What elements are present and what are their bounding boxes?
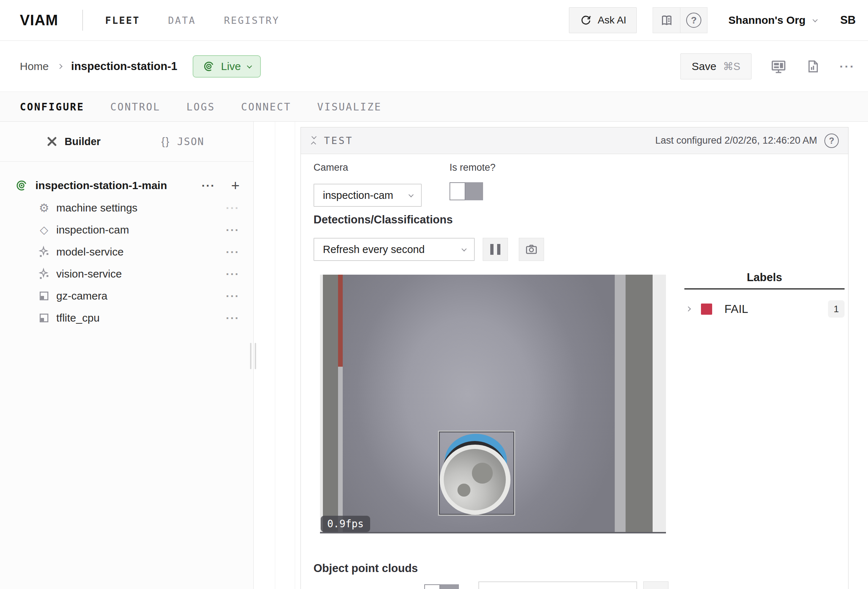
- is-remote-toggle[interactable]: [450, 182, 483, 200]
- help-icon-group: ?: [652, 7, 707, 33]
- item-menu-button[interactable]: ···: [226, 290, 239, 302]
- save-button[interactable]: Save ⌘S: [681, 53, 751, 79]
- sidebar-resize-handle[interactable]: [250, 343, 256, 369]
- snapshot-button[interactable]: [519, 238, 544, 261]
- org-switcher[interactable]: Shannon's Org: [728, 14, 816, 26]
- last-configured-text: Last configured 2/02/26, 12:46:20 AM: [655, 135, 817, 146]
- viam-app: VIAM FLEET DATA REGISTRY Ask AI: [0, 0, 868, 589]
- main-part-name: inspection-station-1-main: [35, 179, 167, 192]
- camera-icon: [524, 243, 538, 256]
- config-sidebar: Builder {} JSON inspection-station-1-mai…: [0, 121, 254, 589]
- avatar[interactable]: SB: [840, 14, 856, 27]
- top-nav: VIAM FLEET DATA REGISTRY Ask AI: [0, 0, 868, 41]
- item-menu-button[interactable]: ···: [226, 268, 239, 280]
- point-clouds-toggle[interactable]: [424, 584, 459, 589]
- tab-visualize[interactable]: VISUALIZE: [317, 101, 382, 113]
- broadcast-icon: [15, 179, 28, 192]
- gutter-divider: [275, 121, 275, 589]
- camera-field-label: Camera: [313, 162, 348, 173]
- module-icon: [36, 312, 52, 324]
- nav-divider: [82, 10, 83, 31]
- tab-logs[interactable]: LOGS: [186, 101, 215, 113]
- camera-select[interactable]: inspection-cam: [313, 184, 422, 207]
- item-menu-button[interactable]: ···: [226, 312, 239, 324]
- chevron-down-icon: [812, 17, 818, 22]
- tree-item-label: gz-camera: [56, 290, 108, 302]
- section-title: TEST: [324, 135, 353, 146]
- tree-item-vision-service[interactable]: vision-service ···: [0, 263, 253, 285]
- test-section-header: TEST Last configured 2/02/26, 12:46:20 A…: [301, 127, 848, 154]
- gear-icon: ⚙: [36, 202, 52, 214]
- gutter-divider: [295, 121, 295, 589]
- save-label: Save: [692, 60, 716, 73]
- part-menu-button[interactable]: ···: [202, 180, 216, 191]
- tab-configure[interactable]: CONFIGURE: [20, 101, 84, 113]
- label-color-swatch: [701, 303, 712, 315]
- point-clouds-action-button[interactable]: [643, 582, 669, 589]
- sparkle-icon: [36, 268, 52, 280]
- tree-item-inspection-cam[interactable]: ◇ inspection-cam ···: [0, 219, 253, 241]
- labels-heading: Labels: [684, 271, 844, 289]
- json-label: JSON: [177, 136, 204, 148]
- tree-item-main-part[interactable]: inspection-station-1-main ··· +: [0, 174, 253, 197]
- org-name: Shannon's Org: [728, 14, 806, 26]
- chevron-down-icon: [247, 64, 252, 68]
- tab-connect[interactable]: CONNECT: [241, 101, 291, 113]
- item-menu-button[interactable]: ···: [226, 224, 239, 236]
- feed-left-rail: [323, 275, 338, 533]
- item-menu-button[interactable]: ···: [226, 246, 239, 258]
- viam-logo[interactable]: VIAM: [20, 12, 58, 29]
- pause-stream-button[interactable]: [483, 238, 508, 261]
- breadcrumb-row: Home inspection-station-1 Live Save ⌘S: [0, 41, 868, 92]
- nav-tab-registry[interactable]: REGISTRY: [224, 15, 280, 26]
- toggle-knob: [424, 584, 440, 589]
- breadcrumb-home[interactable]: Home: [20, 60, 49, 73]
- braces-icon: {}: [161, 135, 170, 148]
- tree-item-label: tflite_cpu: [56, 312, 100, 324]
- point-clouds-select[interactable]: [478, 582, 637, 589]
- breadcrumb-actions: Save ⌘S ···: [681, 53, 855, 79]
- tab-control[interactable]: CONTROL: [111, 101, 161, 113]
- docs-book-icon[interactable]: [653, 7, 680, 33]
- pause-icon: [490, 244, 493, 255]
- module-icon: [36, 290, 52, 302]
- labels-panel: Labels FAIL 1: [684, 271, 844, 318]
- tree-item-label: machine settings: [56, 202, 137, 214]
- chevron-right-icon: [686, 306, 691, 311]
- tree-item-machine-settings[interactable]: ⚙ machine settings ···: [0, 197, 253, 219]
- collapse-section-icon[interactable]: [312, 135, 315, 146]
- nav-tab-data[interactable]: DATA: [168, 15, 196, 26]
- tree-item-model-service[interactable]: model-service ···: [0, 241, 253, 263]
- tree-item-tflite-cpu[interactable]: tflite_cpu ···: [0, 307, 253, 329]
- section-help-icon[interactable]: ?: [824, 133, 839, 148]
- ask-ai-button[interactable]: Ask AI: [569, 7, 637, 33]
- add-component-button[interactable]: +: [231, 178, 239, 193]
- header-right: Last configured 2/02/26, 12:46:20 AM ?: [655, 133, 839, 148]
- camera-feed[interactable]: 0.9fps: [320, 275, 666, 533]
- tree-item-gz-camera[interactable]: gz-camera ···: [0, 285, 253, 307]
- ask-ai-label: Ask AI: [598, 15, 626, 26]
- machine-monitor-icon[interactable]: [770, 58, 787, 75]
- chevron-down-icon: [461, 247, 466, 252]
- chevron-down-icon: [408, 192, 413, 197]
- sparkle-icon: [36, 246, 52, 258]
- item-menu-button[interactable]: ···: [226, 202, 239, 214]
- feed-red-marker: [338, 275, 343, 367]
- point-clouds-heading: Object point clouds: [313, 562, 418, 575]
- broadcast-icon: [203, 60, 215, 73]
- json-mode-button[interactable]: {} JSON: [161, 135, 204, 148]
- refresh-rate-select[interactable]: Refresh every second: [313, 238, 475, 261]
- more-actions-menu[interactable]: ···: [840, 60, 855, 73]
- test-section-card: TEST Last configured 2/02/26, 12:46:20 A…: [301, 127, 849, 589]
- builder-mode-button[interactable]: Builder: [65, 136, 100, 148]
- help-question-icon[interactable]: ?: [680, 7, 707, 33]
- label-row-fail[interactable]: FAIL 1: [684, 300, 844, 318]
- chevron-right-icon: [58, 64, 62, 69]
- tree-item-label: vision-service: [56, 268, 122, 280]
- live-status-badge[interactable]: Live: [193, 55, 261, 78]
- fps-badge: 0.9fps: [321, 516, 370, 532]
- label-name: FAIL: [725, 302, 748, 316]
- history-report-icon[interactable]: [806, 59, 821, 74]
- nav-tab-fleet[interactable]: FLEET: [105, 15, 140, 26]
- breadcrumb-machine-name: inspection-station-1: [71, 60, 177, 73]
